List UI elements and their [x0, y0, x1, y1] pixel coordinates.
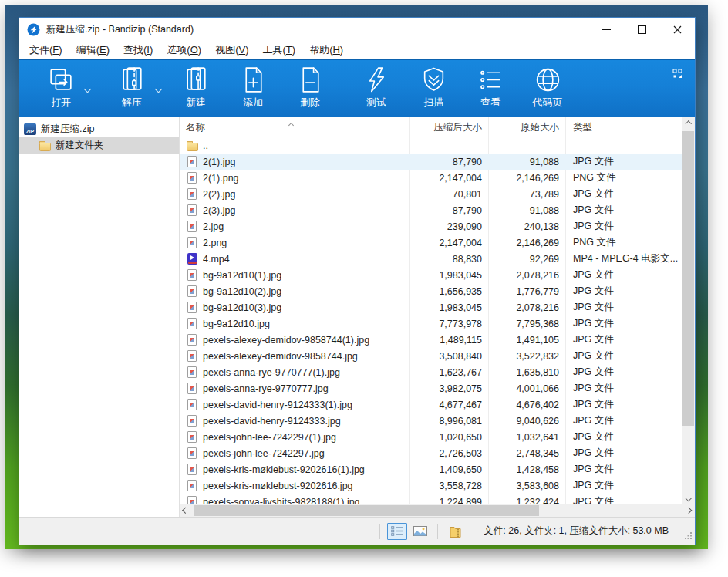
menu-item[interactable]: 帮助(H) [302, 42, 350, 59]
original-size: 7,795,368 [488, 319, 565, 329]
image-file-icon [186, 399, 198, 411]
toolbar-button[interactable]: 查看 [462, 64, 519, 115]
vertical-scrollbar[interactable] [682, 117, 695, 504]
chevron-down-icon[interactable] [156, 81, 161, 95]
file-type: JPG 文件 [565, 479, 682, 492]
table-row[interactable]: 2.png 2,147,004 2,146,269 PNG 文件 [180, 235, 682, 251]
original-size: 1,428,458 [488, 464, 565, 475]
layout-toggle-icon[interactable] [672, 68, 682, 78]
folder-icon [186, 140, 198, 152]
minimize-button[interactable] [588, 18, 624, 41]
menu-item-label-close: ) [198, 44, 201, 56]
menu-item[interactable]: 文件(F) [22, 42, 69, 59]
toolbar-button[interactable]: 打开 [25, 64, 96, 115]
vertical-scrollbar-thumb[interactable] [682, 131, 694, 426]
table-row[interactable]: bg-9a12d10(3).jpg 1,983,045 2,078,216 JP… [180, 299, 682, 315]
delete-icon [296, 64, 325, 95]
image-file-icon [186, 464, 198, 476]
packed-size: 87,790 [410, 205, 488, 216]
resize-grip[interactable] [685, 531, 693, 542]
toolbar-button[interactable]: 删除 [281, 64, 339, 115]
image-file-icon [186, 415, 198, 427]
table-row[interactable]: pexels-sonya-livshits-9828188(1).jpg 1,2… [180, 494, 682, 504]
video-file-icon [186, 253, 198, 265]
scroll-left-icon[interactable] [180, 504, 192, 517]
table-row[interactable]: pexels-david-henry-9124333(1).jpg 4,677,… [180, 396, 682, 413]
preview-icon[interactable] [410, 523, 430, 540]
tree-item-archive[interactable]: ZIP 新建压缩.zip [19, 121, 179, 137]
menu-item[interactable]: 查找(I) [116, 42, 160, 59]
table-row[interactable]: pexels-kris-møklebust-9202616.jpg 3,558,… [180, 477, 682, 494]
column-header-name[interactable]: 名称 [180, 121, 410, 134]
horizontal-scrollbar-thumb[interactable] [194, 505, 539, 516]
table-row[interactable]: pexels-anna-rye-9770777(1).jpg 1,623,767… [180, 364, 682, 380]
table-row[interactable]: bg-9a12d10(1).jpg 1,983,045 2,078,216 JP… [180, 267, 682, 283]
tree-item-folder[interactable]: 新建文件夹 [19, 137, 179, 154]
maximize-button[interactable] [624, 18, 659, 41]
table-row[interactable]: 2(1).png 2,147,004 2,146,269 PNG 文件 [180, 170, 682, 186]
bandizip-window: 新建压缩.zip - Bandizip (Standard) 文件(F)编辑(E… [19, 17, 696, 545]
menu-item-label: 帮助( [309, 44, 332, 56]
menu-item[interactable]: 视图(V) [208, 42, 255, 59]
desktop: { "window": { "title": "新建压缩.zip - Bandi… [0, 0, 728, 577]
file-name: .. [203, 140, 208, 151]
packed-size: 2,147,004 [410, 173, 488, 184]
packed-size: 1,409,650 [410, 464, 488, 475]
file-type: JPG 文件 [565, 317, 682, 330]
original-size: 1,635,810 [488, 367, 565, 378]
scroll-up-icon[interactable] [682, 117, 695, 130]
table-row[interactable]: pexels-kris-møklebust-9202616(1).jpg 1,4… [180, 461, 682, 477]
table-row[interactable]: .. [180, 137, 682, 154]
toolbar-button[interactable]: 代码页 [519, 64, 576, 115]
column-header-type[interactable]: 类型 [565, 121, 682, 134]
toolbar-button-label: 新建 [186, 96, 206, 110]
packed-size: 88,830 [410, 254, 488, 265]
table-row[interactable]: bg-9a12d10(2).jpg 1,656,935 1,776,779 JP… [180, 283, 682, 299]
menu-item[interactable]: 选项(O) [160, 42, 208, 59]
chevron-down-icon[interactable] [85, 81, 90, 95]
table-row[interactable]: 4.mp4 88,830 92,269 MP4 - MPEG-4 电影文... [180, 251, 682, 267]
image-file-icon [186, 269, 198, 282]
toolbar-button[interactable]: 测试 [348, 64, 405, 115]
table-row[interactable]: 2(3).jpg 87,790 91,088 JPG 文件 [180, 202, 682, 218]
details-view-icon[interactable] [387, 523, 407, 540]
toolbar-button[interactable]: 扫描 [405, 64, 462, 115]
table-row[interactable]: pexels-anna-rye-9770777.jpg 3,982,075 4,… [180, 380, 682, 396]
table-row[interactable]: pexels-alexey-demidov-9858744(1).jpg 1,4… [180, 332, 682, 348]
original-size: 240,138 [488, 221, 565, 232]
menu-item-label-close: ) [150, 44, 153, 56]
horizontal-scrollbar[interactable] [180, 504, 695, 517]
menu-item-accesskey: V [238, 44, 245, 56]
table-row[interactable]: bg-9a12d10.jpg 7,773,978 7,795,368 JPG 文… [180, 315, 682, 332]
file-name: pexels-alexey-demidov-9858744.jpg [203, 351, 358, 362]
menu-item-label-close: ) [340, 44, 343, 56]
image-file-icon [186, 172, 198, 184]
toolbar-button[interactable]: 新建 [167, 64, 224, 115]
table-row[interactable]: pexels-alexey-demidov-9858744.jpg 3,508,… [180, 348, 682, 364]
original-size: 4,676,402 [488, 400, 565, 410]
table-row[interactable]: pexels-john-lee-7242297(1).jpg 1,020,650… [180, 429, 682, 445]
table-row[interactable]: 2.jpg 239,090 240,138 JPG 文件 [180, 218, 682, 235]
file-name: bg-9a12d10(1).jpg [203, 270, 281, 281]
menu-item[interactable]: 工具(T) [255, 42, 302, 59]
toolbar-button[interactable]: 添加 [224, 64, 281, 115]
scroll-right-icon[interactable] [682, 504, 695, 517]
table-row[interactable]: 2(1).jpg 87,790 91,088 JPG 文件 [180, 154, 682, 170]
menu-item-label-close: ) [106, 44, 110, 56]
file-name: 2(2).jpg [203, 189, 235, 200]
file-name: pexels-john-lee-7242297.jpg [203, 448, 325, 459]
table-row[interactable]: pexels-john-lee-7242297.jpg 2,726,503 2,… [180, 445, 682, 461]
column-header-original-size[interactable]: 原始大小 [488, 121, 565, 134]
close-button[interactable] [659, 18, 695, 41]
image-file-icon [186, 480, 198, 492]
original-size: 73,789 [488, 189, 565, 200]
file-name: pexels-anna-rye-9770777.jpg [203, 383, 329, 394]
table-row[interactable]: pexels-david-henry-9124333.jpg 8,996,081… [180, 413, 682, 429]
packed-size: 1,224,899 [410, 497, 488, 505]
toolbar-button[interactable]: 解压 [96, 64, 167, 115]
table-row[interactable]: 2(2).jpg 70,801 73,789 JPG 文件 [180, 186, 682, 202]
column-header-packed-size[interactable]: 压缩后大小 [410, 121, 488, 134]
menu-item[interactable]: 编辑(E) [69, 42, 116, 59]
original-size: 9,040,626 [488, 416, 565, 427]
scroll-down-icon[interactable] [682, 491, 695, 504]
